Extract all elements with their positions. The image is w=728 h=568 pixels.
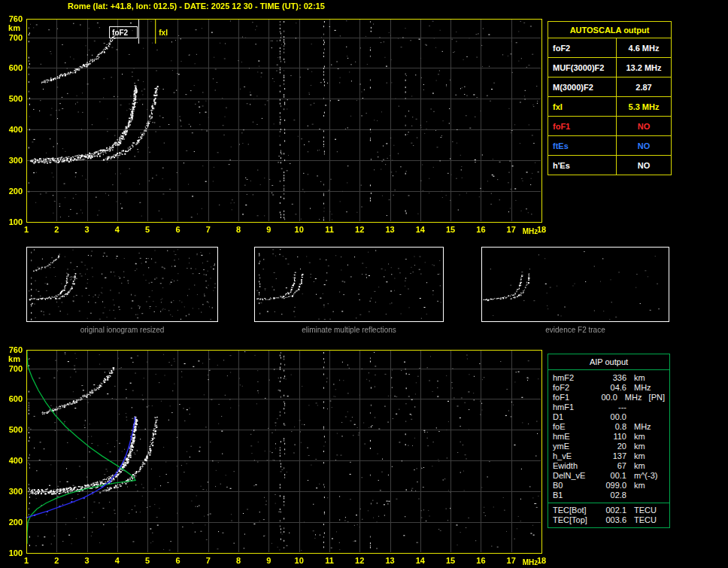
aip-value: 137: [599, 451, 626, 461]
aip-row-b0: B0099.0km: [553, 481, 665, 491]
aip-value: 04.6: [599, 383, 626, 393]
autoscala-value: 4.6 MHz: [617, 38, 671, 57]
autoscala-row-ftes: ftEs NO: [548, 136, 671, 156]
autoscala-value: NO: [617, 156, 671, 175]
aip-name: Ewidth: [553, 461, 599, 471]
aip-unit: TECU: [634, 506, 657, 515]
autoscala-label: ftEs: [548, 136, 617, 155]
aip-unit: km: [634, 373, 645, 383]
aip-row-d1: D100.0: [553, 412, 665, 422]
aip-value: 002.1: [599, 506, 626, 515]
aip-output-table: AIP output hmF2336km foF204.6MHz foF100.…: [548, 354, 670, 528]
aip-name: D1: [553, 412, 599, 422]
autoscala-label: fxI: [548, 97, 617, 116]
aip-value: 00.0: [593, 393, 617, 402]
aip-value: 336: [599, 373, 626, 383]
autoscala-value: NO: [617, 117, 671, 135]
aip-name: hmE: [553, 432, 599, 442]
aip-value: 003.6: [599, 515, 626, 525]
aip-value: 67: [599, 461, 626, 471]
aip-value: 02.8: [599, 491, 626, 500]
aip-row-ewidth: Ewidth67km: [553, 461, 665, 471]
aip-unit: m^(-3): [634, 471, 657, 481]
autoscala-row-fof1: foF1 NO: [548, 117, 671, 136]
aip-name: DelN_vE: [553, 471, 599, 481]
aip-row-tec-top: TEC[Top]003.6TECU: [553, 515, 665, 525]
autoscala-row-fxi: fxI 5.3 MHz: [548, 97, 671, 117]
autoscala-row-fof2: foF2 4.6 MHz: [548, 38, 671, 58]
aip-tec-box: TEC[Bot]002.1TECU TEC[Top]003.6TECU: [548, 503, 670, 528]
aip-row-hmf2: hmF2336km: [553, 373, 665, 383]
autoscala-label: foF2: [548, 38, 617, 57]
aip-name: foE: [553, 422, 599, 432]
aip-unit: MHz [PN]: [625, 393, 665, 402]
aip-name: hmF1: [553, 402, 599, 412]
aip-unit: km: [634, 442, 645, 451]
autoscala-label: foF1: [548, 117, 617, 135]
autoscala-label: MUF(3000)F2: [548, 58, 617, 77]
aip-row-foe: foE0.8MHz: [553, 422, 665, 432]
autoscala-row-hes: h'Es NO: [548, 156, 671, 175]
thumbnail-caption-eliminate: eliminate multiple reflections: [254, 326, 444, 334]
autoscala-row-m3000f2: M(3000)F2 2.87: [548, 77, 671, 97]
aip-name: foF2: [553, 383, 599, 393]
aip-value: 110: [599, 432, 626, 442]
aip-row-fof1: foF100.0MHz [PN]: [553, 393, 665, 402]
aip-row-fof2: foF204.6MHz: [553, 383, 665, 393]
aip-unit: TECU: [634, 515, 657, 525]
autoscala-value: 13.2 MHz: [617, 58, 671, 77]
aip-value: 00.0: [599, 412, 626, 422]
aip-unit: km: [634, 451, 645, 461]
aip-name: TEC[Top]: [553, 515, 599, 525]
aip-unit: km: [634, 481, 645, 491]
aip-value: 00.1: [599, 471, 626, 481]
aip-value: 099.0: [599, 481, 626, 491]
aip-row-tec-bot: TEC[Bot]002.1TECU: [553, 506, 665, 515]
aip-row-hmf1: hmF1---: [553, 402, 665, 412]
autoscala-header: AUTOSCALA output: [548, 22, 671, 38]
aip-name: foF1: [553, 393, 593, 402]
aip-name: TEC[Bot]: [553, 506, 599, 515]
aip-row-yme: ymE20km: [553, 442, 665, 451]
thumbnail-caption-evidence: evidence F2 trace: [481, 326, 669, 334]
aip-name: hmF2: [553, 373, 599, 383]
autoscala-output-table: AUTOSCALA output foF2 4.6 MHz MUF(3000)F…: [548, 21, 672, 175]
aip-unit: km: [634, 432, 645, 442]
autoscala-label: h'Es: [548, 156, 617, 175]
aip-value: ---: [599, 402, 626, 412]
aip-unit: MHz: [634, 422, 651, 432]
autoscala-label: M(3000)F2: [548, 77, 617, 96]
aip-row-deln-ve: DelN_vE00.1m^(-3): [553, 471, 665, 481]
aip-name: ymE: [553, 442, 599, 451]
aip-name: B0: [553, 481, 599, 491]
thumbnail-caption-original: original ionogram resized: [26, 326, 218, 334]
aip-row-hve: h_vE137km: [553, 451, 665, 461]
autoscala-row-muf3000f2: MUF(3000)F2 13.2 MHz: [548, 58, 671, 77]
aip-unit: MHz: [634, 383, 651, 393]
autoscala-value: NO: [617, 136, 671, 155]
aip-row-hme: hmE110km: [553, 432, 665, 442]
aip-value: 0.8: [599, 422, 626, 432]
aip-name: h_vE: [553, 451, 599, 461]
autoscala-value: 5.3 MHz: [617, 97, 671, 116]
aip-header: AIP output: [548, 354, 670, 370]
aip-name: B1: [553, 491, 599, 500]
aip-row-b1: B102.8: [553, 491, 665, 500]
autoscala-value: 2.87: [617, 77, 671, 96]
autoscala-screen: Rome (lat: +41.8, lon: 012.5) - DATE: 20…: [0, 0, 728, 568]
aip-body: hmF2336km foF204.6MHz foF100.0MHz [PN] h…: [548, 370, 670, 503]
page-title: Rome (lat: +41.8, lon: 012.5) - DATE: 20…: [68, 2, 325, 11]
aip-value: 20: [599, 442, 626, 451]
aip-unit: km: [634, 461, 645, 471]
